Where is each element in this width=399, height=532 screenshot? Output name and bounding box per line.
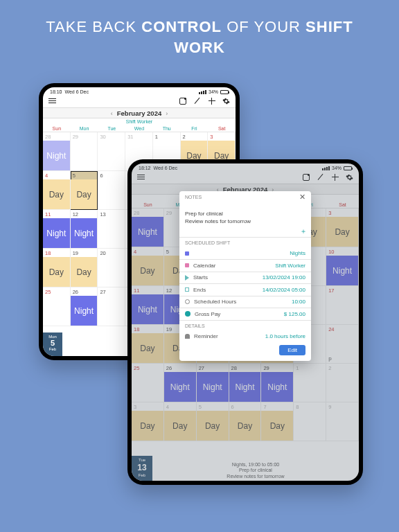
bell-icon <box>185 334 190 339</box>
weekday-label: Sun <box>43 126 71 131</box>
close-icon[interactable]: ✕ <box>299 195 305 200</box>
calendar-cell[interactable]: 28Night <box>43 132 71 171</box>
toolbar <box>43 95 236 107</box>
calendar-cell[interactable]: 19Day <box>71 249 98 287</box>
calendar-cell[interactable]: 27 <box>98 287 125 326</box>
prev-month-icon[interactable]: ‹ <box>111 110 113 117</box>
calendar-cell[interactable]: 4Day <box>43 171 71 210</box>
weekday-label: Mon <box>71 126 98 131</box>
weekday-header: SunMonTueWedThuFriSat <box>43 125 236 132</box>
details-heading: DETAILS <box>185 323 205 328</box>
date-number: 1 <box>153 132 180 141</box>
weekday-label: Sat <box>208 126 236 131</box>
start-icon <box>185 275 189 281</box>
date-number: 13 <box>98 210 125 219</box>
calendar-name: Shift Worker <box>43 118 236 125</box>
date-number: 29 <box>71 132 98 141</box>
calendar-cell[interactable]: 5Day <box>71 171 98 210</box>
money-icon <box>185 311 190 317</box>
status-bar: 18:10 Wed 6 Dec 34% <box>43 87 236 95</box>
notes-body: Prep for clinical Review notes for tomor… <box>179 202 311 237</box>
marketing-headline: TAKE BACK CONTROL OF YOUR SHIFTWORK <box>0 17 399 57</box>
shift-chip: Night <box>71 296 98 326</box>
date-number: 31 <box>125 132 152 141</box>
shift-detail-card: NOTES ✕ Prep for clinical Review notes f… <box>179 191 311 361</box>
tablet-front: 18:12 Wed 6 Dec 34% ‹ February 2024 › Sh… <box>127 159 363 485</box>
calendar-cell[interactable]: 12Night <box>71 210 98 249</box>
pay-row: Gross Pay $ 125.00 <box>179 308 311 320</box>
calendar-cell[interactable]: 13 <box>98 210 125 249</box>
date-number: 27 <box>98 287 125 296</box>
shift-chip: Day <box>71 257 98 287</box>
date-number: 30 <box>98 132 125 141</box>
weekday-label: Fri <box>181 126 209 131</box>
end-icon <box>185 287 189 292</box>
calendar-cell[interactable]: 6 <box>98 171 125 210</box>
shift-chip: Day <box>43 257 70 287</box>
weekday-label: Thu <box>153 126 181 131</box>
calendar-cell[interactable]: 29 <box>71 132 98 171</box>
shift-color-icon <box>185 251 189 256</box>
edit-icon[interactable] <box>193 97 201 105</box>
calendar-cell[interactable]: 30 <box>98 132 125 171</box>
settings-icon[interactable] <box>222 97 230 105</box>
next-month-icon[interactable]: › <box>166 110 168 117</box>
calendar-cell[interactable]: 25 <box>43 287 71 326</box>
starts-row[interactable]: Starts 13/02/2024 19:00 <box>179 272 311 283</box>
reminder-row[interactable]: Reminder 1.0 hours before <box>179 330 311 342</box>
month-title[interactable]: February 2024 <box>117 109 161 117</box>
edit-button[interactable]: Edit <box>279 345 305 355</box>
shift-chip: Night <box>43 141 70 170</box>
weekday-label: Wed <box>125 126 153 131</box>
menu-icon[interactable] <box>48 98 56 104</box>
weekday-label: Tue <box>98 126 125 131</box>
battery-icon <box>220 90 229 94</box>
add-note-icon[interactable]: ＋ <box>300 227 307 236</box>
calendar-cell[interactable]: 11Night <box>43 210 71 249</box>
calendar-cell[interactable]: 18Day <box>43 249 71 287</box>
scheduled-heading: SCHEDULED SHIFT <box>185 240 230 245</box>
signal-icon <box>199 90 206 94</box>
today-icon[interactable] <box>179 98 186 105</box>
notes-heading: NOTES <box>185 195 202 200</box>
date-number: 6 <box>98 171 125 180</box>
hours-row: Scheduled Hours 10:00 <box>179 296 311 308</box>
ends-row[interactable]: Ends 14/02/2024 05:00 <box>179 284 311 296</box>
shift-chip: Night <box>43 218 70 248</box>
shift-name-row: Nights <box>179 247 311 259</box>
calendar-cell[interactable]: 26Night <box>71 287 98 326</box>
shift-chip: Day <box>71 179 98 209</box>
date-number: 25 <box>43 287 70 296</box>
shift-chip: Night <box>71 218 98 248</box>
date-number: 20 <box>98 249 125 258</box>
calendar-row[interactable]: Calendar Shift Worker <box>179 260 311 272</box>
calendar-color-icon <box>185 263 189 267</box>
selected-day-badge: Mon5Feb <box>43 332 62 356</box>
calendar-cell[interactable]: 20 <box>98 249 125 287</box>
add-icon[interactable] <box>208 97 215 105</box>
clock-icon <box>185 299 190 304</box>
shift-chip: Day <box>43 179 70 209</box>
